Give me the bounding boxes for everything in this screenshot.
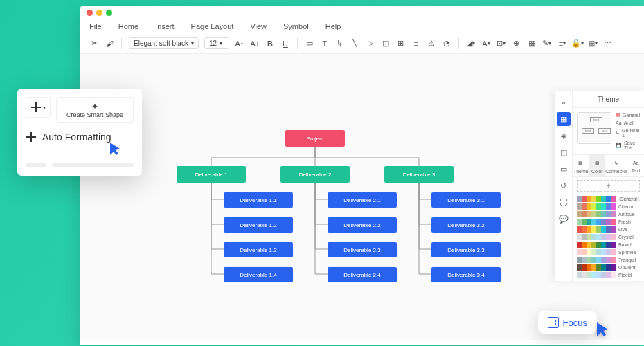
opt-save[interactable]: 💾Save The... bbox=[616, 140, 640, 150]
rail-comment-icon[interactable]: 💬 bbox=[557, 212, 571, 226]
cut-icon[interactable]: ✂ bbox=[89, 39, 99, 48]
palette-row-antique[interactable]: Antique bbox=[577, 211, 640, 217]
node-d3-1[interactable]: Deliverable 3.1 bbox=[431, 192, 501, 208]
node-d1-3[interactable]: Deliverable 1.3 bbox=[224, 242, 293, 257]
palette-row-sprinkle[interactable]: Sprinkle bbox=[577, 249, 640, 255]
cursor-pointer bbox=[596, 321, 611, 340]
node-d3-4[interactable]: Deliverable 3.4 bbox=[431, 267, 501, 282]
pointer-icon[interactable]: ▷ bbox=[366, 39, 375, 48]
close-dot[interactable] bbox=[87, 10, 93, 16]
palette-row-opulent[interactable]: Opulent bbox=[577, 264, 640, 271]
opt-arial[interactable]: AaArial bbox=[616, 120, 640, 125]
font-size-select[interactable]: 12▾ bbox=[204, 37, 229, 49]
theme-panel: » ▦ ◈ ◫ ▭ ↺ ⛶ 💬 Theme text text text ▦Ge… bbox=[554, 91, 644, 281]
node-d2-3[interactable]: Deliverable 2.3 bbox=[328, 242, 397, 257]
opt-general[interactable]: ▦General bbox=[616, 112, 640, 118]
tab-connector[interactable]: ↳Connector bbox=[605, 155, 627, 176]
node-d3-3[interactable]: Deliverable 3.3 bbox=[431, 242, 501, 257]
rail-history-icon[interactable]: ↺ bbox=[557, 179, 571, 192]
tab-color[interactable]: ▦Color bbox=[589, 155, 606, 176]
palette-row-live[interactable]: Live bbox=[577, 226, 640, 233]
group-icon[interactable]: ⊞ bbox=[396, 39, 406, 48]
toolbar: ✂ 🖌 Elegant soft black▾ 12▾ A↑ A↓ B U ▭ … bbox=[80, 33, 644, 54]
node-d1[interactable]: Deliverable 1 bbox=[177, 166, 246, 183]
menu-file[interactable]: File bbox=[89, 22, 102, 30]
menu-insert[interactable]: Insert bbox=[155, 22, 175, 30]
node-d1-4[interactable]: Deliverable 1.4 bbox=[224, 267, 293, 282]
lock-icon[interactable]: 🔒▾ bbox=[573, 39, 582, 48]
node-d2-4[interactable]: Deliverable 2.4 bbox=[328, 267, 397, 282]
font-increase-icon[interactable]: A↑ bbox=[235, 39, 244, 48]
align-icon[interactable]: ≡ bbox=[411, 39, 421, 48]
node-d3-2[interactable]: Deliverable 3.2 bbox=[431, 217, 501, 233]
node-root[interactable]: Project bbox=[285, 130, 345, 147]
sparkle-button[interactable]: ▾ bbox=[26, 97, 51, 118]
line-icon[interactable]: ╲ bbox=[350, 39, 360, 48]
more-icon[interactable]: ⋯ bbox=[603, 39, 613, 48]
add-palette-button[interactable]: + bbox=[577, 180, 640, 192]
chart-icon[interactable]: ◔ bbox=[442, 39, 451, 48]
menu-home[interactable]: Home bbox=[118, 22, 138, 30]
warning-icon[interactable]: ⚠ bbox=[427, 39, 436, 48]
text-icon[interactable]: T bbox=[320, 39, 330, 48]
palette-row-charm[interactable]: Charm bbox=[577, 203, 640, 210]
opt-general1[interactable]: ↳General 1 bbox=[616, 128, 640, 138]
palette-row-general[interactable]: General bbox=[577, 196, 640, 202]
rail-layers-icon[interactable]: ◫ bbox=[557, 145, 571, 159]
style-icon[interactable]: ≡▾ bbox=[557, 39, 567, 48]
pen-icon[interactable]: ✎▾ bbox=[542, 39, 552, 48]
menu-symbol[interactable]: Symbol bbox=[283, 22, 309, 30]
node-d2-2[interactable]: Deliverable 2.2 bbox=[328, 217, 397, 233]
theme-tabs: ▦Theme ▦Color ↳Connector AaText bbox=[573, 154, 644, 177]
rail-page-icon[interactable]: ▭ bbox=[557, 162, 571, 176]
font-decrease-icon[interactable]: A↓ bbox=[250, 39, 260, 48]
rail-expand-icon[interactable]: » bbox=[557, 95, 571, 109]
menu-view[interactable]: View bbox=[250, 22, 267, 30]
font-family-select[interactable]: Elegant soft black▾ bbox=[129, 37, 199, 49]
font-color-icon[interactable]: A▾ bbox=[481, 39, 491, 48]
grid-icon[interactable]: ▦▾ bbox=[588, 39, 598, 48]
palette-row-tranquil[interactable]: Tranquil bbox=[577, 257, 640, 263]
bold-icon[interactable]: B bbox=[265, 39, 275, 48]
slider-1[interactable] bbox=[26, 163, 46, 167]
crop-icon[interactable]: ⊡▾ bbox=[497, 39, 506, 48]
focus-button[interactable]: Focus bbox=[538, 311, 597, 334]
theme-preview[interactable]: text text text bbox=[577, 112, 611, 144]
slider-2[interactable] bbox=[52, 163, 134, 167]
min-dot[interactable] bbox=[96, 10, 102, 16]
fill-icon[interactable]: ◢▾ bbox=[466, 39, 476, 48]
paintbrush-icon[interactable]: 🖌 bbox=[105, 39, 114, 48]
node-d2[interactable]: Deliverable 2 bbox=[280, 166, 350, 183]
node-d1-2[interactable]: Deliverable 1.2 bbox=[224, 217, 293, 233]
create-smart-shape-button[interactable]: ✦ Create Smart Shape bbox=[56, 97, 134, 123]
layers-icon[interactable]: ◫ bbox=[381, 39, 391, 48]
palette-row-placid[interactable]: Placid bbox=[577, 272, 640, 278]
palette-row-fresh[interactable]: Fresh bbox=[577, 219, 640, 225]
palette-row-broad[interactable]: Broad bbox=[577, 242, 640, 248]
tab-theme[interactable]: ▦Theme bbox=[573, 155, 589, 176]
menubar: File Home Insert Page Layout View Symbol… bbox=[80, 19, 644, 33]
node-d1-1[interactable]: Deliverable 1.1 bbox=[224, 192, 293, 208]
connector-icon[interactable]: ↳ bbox=[335, 39, 345, 48]
rail-fullscreen-icon[interactable]: ⛶ bbox=[557, 195, 571, 209]
auto-format-popup: ▾ ✦ Create Smart Shape Auto Formatting bbox=[17, 89, 142, 176]
theme-title: Theme bbox=[573, 91, 644, 108]
window-chrome bbox=[80, 6, 644, 19]
palette-row-crystal[interactable]: Crystal bbox=[577, 234, 640, 240]
side-rail: » ▦ ◈ ◫ ▭ ↺ ⛶ 💬 bbox=[555, 91, 573, 281]
table-icon[interactable]: ▦ bbox=[527, 39, 537, 48]
zoom-icon[interactable]: ⊕ bbox=[512, 39, 521, 48]
node-d2-1[interactable]: Deliverable 2.1 bbox=[328, 192, 397, 208]
node-d3[interactable]: Deliverable 3 bbox=[384, 166, 454, 183]
tab-text[interactable]: AaText bbox=[627, 155, 644, 176]
menu-page-layout[interactable]: Page Layout bbox=[191, 22, 234, 30]
rail-shapes-icon[interactable]: ◈ bbox=[557, 129, 571, 143]
rail-theme-icon[interactable]: ▦ bbox=[557, 112, 571, 126]
max-dot[interactable] bbox=[106, 10, 112, 16]
rect-icon[interactable]: ▭ bbox=[305, 39, 314, 48]
focus-icon bbox=[548, 317, 559, 328]
menu-help[interactable]: Help bbox=[325, 22, 341, 30]
underline-icon[interactable]: U bbox=[280, 39, 290, 48]
